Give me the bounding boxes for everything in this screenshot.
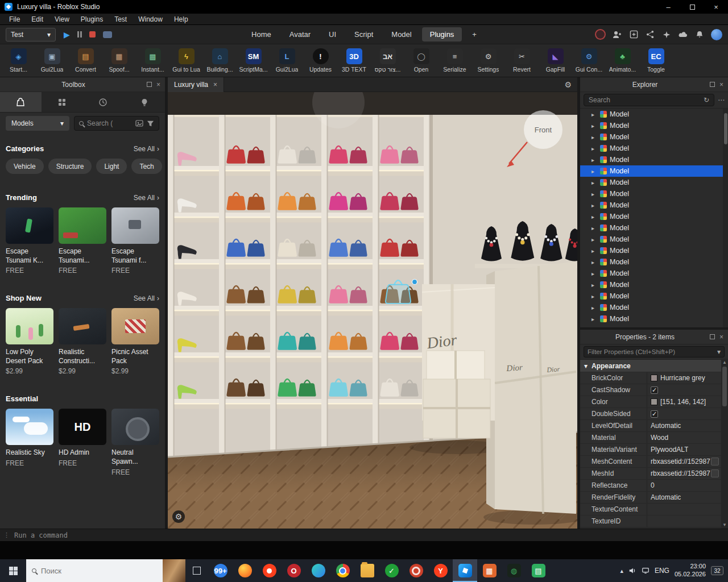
expand-arrow-icon[interactable]: ▸ bbox=[592, 236, 597, 243]
expand-arrow-icon[interactable]: ▸ bbox=[592, 305, 597, 311]
history-icon[interactable]: ↻ bbox=[704, 96, 709, 104]
property-name[interactable]: MaterialVariant bbox=[580, 444, 647, 455]
expand-arrow-icon[interactable]: ▸ bbox=[592, 146, 597, 152]
property-name[interactable]: Color bbox=[580, 396, 647, 408]
property-value[interactable]: ✓ bbox=[647, 408, 721, 419]
cloud-sync-icon[interactable] bbox=[678, 30, 688, 40]
property-value[interactable]: ✓ Automatic bbox=[647, 492, 721, 503]
expand-arrow-icon[interactable]: ▸ bbox=[592, 293, 597, 300]
task-view-button[interactable] bbox=[185, 559, 208, 582]
notifications-badge[interactable]: 32 bbox=[711, 566, 723, 575]
property-name[interactable]: RenderFidelity bbox=[580, 492, 647, 503]
property-value[interactable]: ✓ Automatic bbox=[647, 420, 721, 431]
float-panel-icon[interactable] bbox=[710, 334, 715, 339]
explorer-item-model[interactable]: ▸ Model bbox=[580, 268, 728, 279]
maximize-button[interactable] bbox=[680, 0, 704, 14]
expand-arrow-icon[interactable]: ▸ bbox=[592, 282, 597, 288]
minimize-button[interactable]: – bbox=[656, 0, 680, 14]
expand-arrow-icon[interactable]: ▸ bbox=[592, 248, 597, 254]
close-panel-icon[interactable]: × bbox=[156, 81, 160, 89]
float-panel-icon[interactable] bbox=[147, 82, 152, 87]
start-button[interactable] bbox=[0, 559, 26, 582]
drag-handle[interactable] bbox=[412, 280, 417, 285]
language-indicator[interactable]: ENG bbox=[655, 567, 669, 575]
float-panel-icon[interactable] bbox=[710, 82, 715, 87]
scrollbar-thumb[interactable] bbox=[724, 113, 727, 144]
see-all-shop-new-link[interactable]: See All› bbox=[134, 294, 159, 302]
taskbar-app[interactable] bbox=[404, 559, 428, 582]
properties-filter[interactable]: ▾ bbox=[584, 346, 725, 357]
playback-target-dropdown[interactable]: Test ▾ bbox=[6, 28, 56, 41]
property-name[interactable]: TextureID bbox=[580, 516, 647, 527]
close-button[interactable]: × bbox=[704, 0, 728, 14]
expand-arrow-icon[interactable]: ▸ bbox=[592, 225, 597, 231]
asset-picker-icon[interactable] bbox=[711, 469, 719, 477]
explorer-item-model[interactable]: ▸ Model bbox=[580, 143, 728, 154]
property-value[interactable]: ✓ bbox=[647, 384, 721, 396]
ribbon-plugin-button[interactable]: EC Toggle bbox=[639, 44, 673, 77]
asset-card[interactable]: Picnic Asset Pack $2.99 bbox=[111, 308, 159, 375]
ribbon-plugin-button[interactable]: SM ScriptMa... bbox=[237, 44, 270, 77]
menu-item[interactable]: Edit bbox=[26, 14, 49, 24]
category-pill[interactable]: Vehicle bbox=[6, 159, 44, 174]
ribbon-plugin-button[interactable]: ϟ Gui to Lua bbox=[169, 44, 203, 77]
appearance-section-header[interactable]: ▾ Appearance bbox=[580, 360, 721, 372]
user-avatar[interactable] bbox=[711, 29, 722, 40]
ribbon-plugin-button[interactable]: ! Updates bbox=[304, 44, 337, 77]
properties-filter-input[interactable] bbox=[588, 348, 715, 355]
explorer-item-model[interactable]: ▸ Model bbox=[580, 188, 728, 199]
toolbox-tab-marketplace[interactable] bbox=[0, 92, 42, 112]
3d-scene[interactable]: Dior Dior Dior bbox=[168, 92, 577, 529]
stop-button[interactable] bbox=[89, 31, 96, 38]
explorer-item-model[interactable]: ▸ Model bbox=[580, 313, 728, 325]
asset-category-dropdown[interactable]: Models ▾ bbox=[6, 116, 69, 131]
avatar-status-icon[interactable] bbox=[595, 29, 606, 40]
hidden-icons-chevron[interactable]: ▴ bbox=[620, 567, 623, 575]
menu-item[interactable]: View bbox=[49, 14, 75, 24]
menu-item[interactable]: Test bbox=[109, 14, 133, 24]
menu-item[interactable]: Window bbox=[133, 14, 168, 24]
explorer-item-model[interactable]: ▸ Model bbox=[580, 222, 728, 234]
expand-arrow-icon[interactable]: ▸ bbox=[592, 123, 597, 129]
property-name[interactable]: Material bbox=[580, 432, 647, 443]
viewport-settings-gear-icon[interactable]: ⚙ bbox=[564, 80, 572, 89]
explorer-item-model[interactable]: ▸ Model bbox=[580, 290, 728, 302]
ribbon-plugin-button[interactable]: ◈ Start... bbox=[2, 44, 35, 77]
toolbox-search[interactable] bbox=[74, 116, 159, 131]
properties-scrollbar[interactable]: ▲ ▼ bbox=[721, 359, 728, 529]
expand-arrow-icon[interactable]: ▸ bbox=[592, 191, 597, 197]
expand-arrow-icon[interactable]: ▸ bbox=[592, 259, 597, 265]
ribbon-plugin-button[interactable]: ◣ GapFill bbox=[539, 44, 572, 77]
asset-card[interactable]: Escape Tsunami... FREE bbox=[59, 207, 106, 275]
toolbox-tab-creations[interactable] bbox=[124, 92, 166, 112]
taskbar-app[interactable] bbox=[306, 559, 330, 582]
ribbon-plugin-button[interactable]: ▣ Gui2Lua bbox=[35, 44, 69, 77]
network-icon[interactable] bbox=[642, 567, 650, 575]
property-name[interactable]: TextureContent bbox=[580, 504, 647, 515]
ribbon-plugin-button[interactable]: ⌂ Building... bbox=[203, 44, 237, 77]
explorer-item-model[interactable]: ▸ Model bbox=[580, 109, 728, 120]
ribbon-plugin-button[interactable]: L Gui2Lua bbox=[270, 44, 304, 77]
explorer-item-model[interactable]: ▸ Model bbox=[580, 154, 728, 165]
scroll-up-icon[interactable]: ▲ bbox=[722, 360, 727, 365]
ribbon-plugin-button[interactable]: ◯ Open bbox=[404, 44, 438, 77]
explorer-search-input[interactable] bbox=[589, 96, 700, 104]
pause-button[interactable] bbox=[77, 31, 82, 38]
expand-arrow-icon[interactable]: ▸ bbox=[592, 202, 597, 209]
record-button[interactable] bbox=[103, 31, 112, 38]
image-search-icon[interactable] bbox=[135, 119, 143, 127]
taskbar-app[interactable] bbox=[257, 559, 282, 582]
see-all-categories-link[interactable]: See All› bbox=[134, 145, 159, 153]
explorer-item-model[interactable]: ▸ Model bbox=[580, 256, 728, 268]
asset-card[interactable]: Escape Tsunami K... FREE bbox=[6, 207, 53, 275]
assistant-sparkle-icon[interactable] bbox=[661, 30, 672, 40]
expand-arrow-icon[interactable]: ▸ bbox=[592, 180, 597, 186]
ribbon-plugin-button[interactable]: ▩ Instant... bbox=[136, 44, 169, 77]
ribbon-tab[interactable]: Model bbox=[383, 27, 419, 41]
asset-card[interactable]: Realistic Sky FREE bbox=[6, 409, 53, 476]
toolbox-tab-recent[interactable] bbox=[82, 92, 124, 112]
explorer-item-model[interactable]: ▸ Model bbox=[580, 120, 728, 131]
expand-arrow-icon[interactable]: ▸ bbox=[592, 157, 597, 163]
property-name[interactable]: LevelOfDetail bbox=[580, 420, 647, 431]
3d-viewport[interactable]: Dior Dior Dior bbox=[168, 92, 577, 529]
